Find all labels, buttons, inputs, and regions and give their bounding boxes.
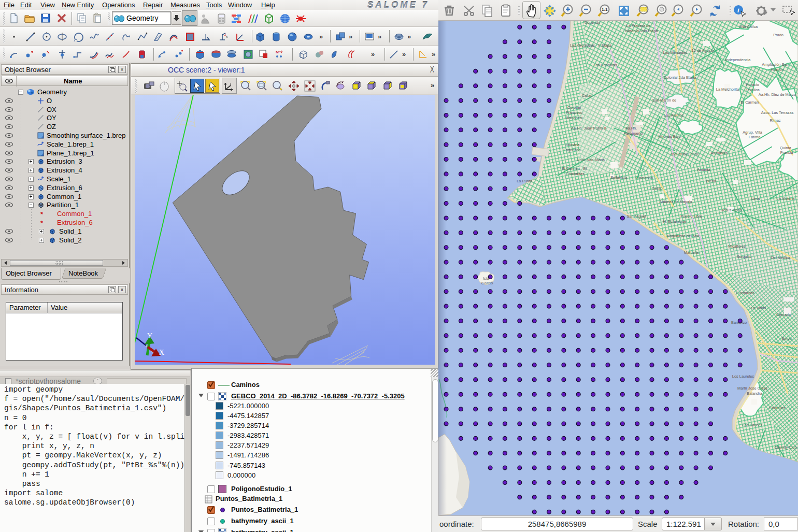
svg-text:Brena: Brena [706, 179, 717, 183]
svg-text:La Punta: La Punta [517, 179, 532, 183]
svg-text:Los Laureles: Los Laureles [732, 374, 754, 379]
svg-text:Aa.Hh. Juan Pablo II: Aa.Hh. Juan Pablo II [571, 126, 606, 131]
svg-text:La Victoria: La Victoria [777, 196, 795, 201]
svg-text:La Melchorita: La Melchorita [716, 87, 739, 92]
svg-text:Jesus Maria: Jesus Maria [721, 208, 743, 212]
svg-text:Callao: Callao [652, 186, 663, 191]
svg-text:Oquendo: Oquendo [585, 21, 600, 25]
svg-text:Callao: Callao [481, 281, 493, 285]
svg-text:Zevallos: Zevallos [745, 88, 760, 92]
svg-text:Magdalena del Mar: Magdalena del Mar [666, 234, 700, 238]
svg-text:Country Club: Country Club [774, 445, 796, 450]
svg-text:Las Orquideas - II Etapa: Las Orquideas - II Etapa [570, 43, 612, 48]
svg-text:Antunez de Mayolo: Antunez de Mayolo [659, 199, 692, 204]
svg-text:Aa.Hh.: Aa.Hh. [625, 126, 637, 131]
svg-text:La Pradera de: La Pradera de [626, 23, 651, 28]
svg-text:El Carmen - El: El Carmen - El [562, 166, 587, 171]
svg-text:Horacio: Horacio [746, 82, 759, 87]
svg-text:Quinta: Quinta [780, 146, 792, 150]
svg-text:Hilarión: Hilarión [771, 67, 783, 72]
svg-text:Pueblo Libre: Pueblo Libre [680, 214, 702, 219]
svg-text:Callao: Callao [582, 93, 593, 98]
svg-text:Fátima: Fátima [749, 135, 761, 139]
svg-text:Lima: Lima [751, 196, 760, 201]
svg-text:Los Alamos: Los Alamos [664, 113, 684, 118]
svg-text:Unid. Vec. Maris: Unid. Vec. Maris [577, 157, 605, 162]
svg-text:12 de Agosto: 12 de Agosto [691, 48, 714, 53]
svg-text:Bolognesi: Bolognesi [566, 116, 583, 120]
svg-text:i: i [737, 6, 739, 14]
svg-text:H. Echenique: H. Echenique [663, 219, 686, 224]
svg-text:Amanta: Amanta [697, 167, 710, 172]
svg-text:Aa.Hh. Diez de Marzo: Aa.Hh. Diez de Marzo [759, 92, 796, 97]
svg-text:Francia: Francia [780, 150, 794, 155]
svg-text:Cercado: Cercado [776, 312, 791, 317]
svg-text:Surco: Surco [781, 336, 791, 341]
svg-text:Alexandra: Alexandra [710, 151, 728, 155]
svg-text:Independencia: Independencia [725, 57, 751, 62]
svg-text:Rimac: Rimac [770, 118, 781, 123]
svg-text:San Martín de: San Martín de [652, 98, 676, 103]
svg-text:Prado: Prado [773, 33, 783, 37]
svg-text:Balandra: Balandra [747, 391, 762, 396]
svg-text:Chorrillos: Chorrillos [769, 406, 786, 410]
svg-text:Micaflores: Micaflores [728, 244, 746, 249]
svg-text:Mirones Bajo: Mirones Bajo [658, 134, 680, 139]
svg-text:Bellavista: Bellavista [610, 175, 628, 180]
svg-text:Francisco: Francisco [566, 110, 582, 115]
svg-text:Las Robonias: Las Robonias [593, 63, 617, 67]
svg-text:Industria: Industria [565, 142, 580, 147]
svg-text:Los Sauces: Los Sauces [743, 423, 763, 427]
svg-text:Villa Chilca: Villa Chilca [739, 24, 758, 29]
svg-text:X: X [159, 349, 164, 356]
svg-text:Las Mercedes: Las Mercedes [663, 50, 688, 55]
svg-text:Naranjal 2da Etapa: Naranjal 2da Etapa [625, 28, 658, 33]
svg-text:Martir Jose Olaya: Martir Jose Olaya [737, 386, 768, 391]
svg-text:Asoc. Las Terrazas: Asoc. Las Terrazas [761, 110, 794, 115]
svg-text:Chacaritas: Chacaritas [566, 171, 585, 176]
svg-text:La Vinita: La Vinita [751, 306, 767, 310]
svg-text:Frigorífico: Frigorífico [564, 148, 581, 152]
svg-text:Camarina: Camarina [636, 176, 653, 180]
svg-text:Ampliación San: Ampliación San [762, 62, 788, 67]
svg-text:1:1: 1:1 [602, 7, 608, 12]
svg-text:Y: Y [147, 332, 152, 340]
svg-text:Industrial Conde: Industrial Conde [671, 152, 699, 156]
svg-text:Marbella: Marbella [684, 250, 699, 255]
svg-text:Cucharcas: Cucharcas [736, 291, 754, 295]
svg-text:Del Medico: Del Medico [771, 255, 790, 260]
svg-text:Surquillo: Surquillo [737, 254, 752, 259]
svg-text:El Carmen: El Carmen [741, 100, 759, 105]
svg-text:Aeropuerto: Aeropuerto [624, 131, 643, 136]
svg-text:Agrup. Villa: Agrup. Villa [743, 130, 763, 135]
svg-text:Coronel: Coronel [567, 105, 581, 110]
svg-text:Colonial 2da Etapa: Colonial 2da Etapa [664, 75, 696, 80]
svg-text:San Miguel: San Miguel [627, 214, 646, 219]
